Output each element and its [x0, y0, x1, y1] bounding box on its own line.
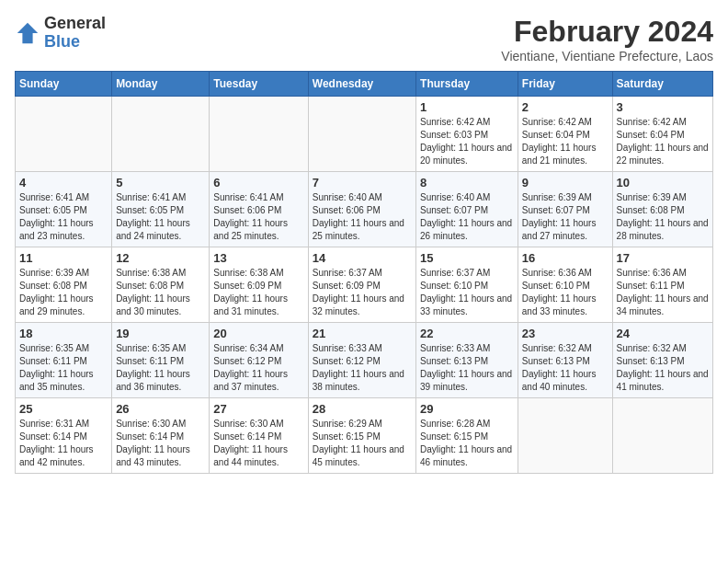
- calendar-cell: 18Sunrise: 6:35 AMSunset: 6:11 PMDayligh…: [16, 323, 112, 398]
- day-number: 12: [116, 251, 205, 265]
- day-number: 2: [522, 100, 609, 114]
- day-info: Sunrise: 6:37 AMSunset: 6:09 PMDaylight:…: [313, 267, 412, 318]
- day-info: Sunrise: 6:30 AMSunset: 6:14 PMDaylight:…: [116, 418, 205, 469]
- day-number: 15: [420, 251, 514, 265]
- calendar-cell: 4Sunrise: 6:41 AMSunset: 6:05 PMDaylight…: [16, 172, 112, 247]
- day-info: Sunrise: 6:32 AMSunset: 6:13 PMDaylight:…: [522, 342, 609, 394]
- day-info: Sunrise: 6:35 AMSunset: 6:11 PMDaylight:…: [19, 342, 108, 394]
- day-number: 4: [19, 176, 108, 190]
- day-info: Sunrise: 6:30 AMSunset: 6:14 PMDaylight:…: [213, 418, 303, 469]
- day-info: Sunrise: 6:36 AMSunset: 6:10 PMDaylight:…: [522, 267, 609, 318]
- day-info: Sunrise: 6:42 AMSunset: 6:04 PMDaylight:…: [617, 116, 709, 167]
- day-info: Sunrise: 6:40 AMSunset: 6:07 PMDaylight:…: [420, 191, 514, 243]
- calendar-cell: 11Sunrise: 6:39 AMSunset: 6:08 PMDayligh…: [16, 247, 112, 323]
- day-info: Sunrise: 6:41 AMSunset: 6:05 PMDaylight:…: [116, 191, 205, 243]
- day-number: 16: [522, 251, 609, 265]
- weekday-header: Thursday: [416, 72, 518, 97]
- calendar-cell: 21Sunrise: 6:33 AMSunset: 6:12 PMDayligh…: [308, 323, 415, 398]
- day-info: Sunrise: 6:39 AMSunset: 6:08 PMDaylight:…: [617, 191, 709, 243]
- day-number: 29: [420, 402, 514, 416]
- logo-icon: [15, 20, 40, 46]
- day-info: Sunrise: 6:38 AMSunset: 6:08 PMDaylight:…: [116, 267, 205, 318]
- calendar-cell: 2Sunrise: 6:42 AMSunset: 6:04 PMDaylight…: [518, 97, 612, 172]
- main-title: February 2024: [501, 15, 713, 49]
- day-number: 19: [116, 327, 205, 340]
- day-number: 13: [213, 251, 303, 265]
- day-number: 8: [420, 176, 514, 190]
- day-number: 26: [116, 402, 205, 416]
- calendar-cell: 23Sunrise: 6:32 AMSunset: 6:13 PMDayligh…: [518, 323, 612, 398]
- day-number: 7: [313, 176, 412, 190]
- day-number: 6: [213, 176, 303, 190]
- day-number: 14: [313, 251, 412, 265]
- page-header: General Blue February 2024 Vientiane, Vi…: [15, 15, 713, 63]
- calendar-cell: 7Sunrise: 6:40 AMSunset: 6:06 PMDaylight…: [308, 172, 415, 247]
- calendar-cell: [308, 97, 415, 172]
- calendar-cell: 9Sunrise: 6:39 AMSunset: 6:07 PMDaylight…: [518, 172, 612, 247]
- calendar-cell: 27Sunrise: 6:30 AMSunset: 6:14 PMDayligh…: [210, 398, 308, 474]
- calendar-cell: 17Sunrise: 6:36 AMSunset: 6:11 PMDayligh…: [612, 247, 712, 323]
- weekday-header: Saturday: [612, 72, 712, 97]
- day-info: Sunrise: 6:36 AMSunset: 6:11 PMDaylight:…: [617, 267, 709, 318]
- calendar-week-row: 1Sunrise: 6:42 AMSunset: 6:03 PMDaylight…: [16, 97, 713, 172]
- calendar-week-row: 18Sunrise: 6:35 AMSunset: 6:11 PMDayligh…: [16, 323, 713, 398]
- day-info: Sunrise: 6:33 AMSunset: 6:13 PMDaylight:…: [420, 342, 514, 394]
- day-number: 20: [213, 327, 303, 340]
- day-info: Sunrise: 6:34 AMSunset: 6:12 PMDaylight:…: [213, 342, 303, 394]
- day-number: 3: [617, 100, 709, 114]
- calendar-cell: [612, 398, 712, 474]
- day-number: 22: [420, 327, 514, 340]
- calendar-cell: 29Sunrise: 6:28 AMSunset: 6:15 PMDayligh…: [416, 398, 518, 474]
- calendar-cell: 14Sunrise: 6:37 AMSunset: 6:09 PMDayligh…: [308, 247, 415, 323]
- day-info: Sunrise: 6:42 AMSunset: 6:04 PMDaylight:…: [522, 116, 609, 167]
- calendar-cell: 1Sunrise: 6:42 AMSunset: 6:03 PMDaylight…: [416, 97, 518, 172]
- weekday-header: Wednesday: [308, 72, 415, 97]
- calendar-cell: 6Sunrise: 6:41 AMSunset: 6:06 PMDaylight…: [210, 172, 308, 247]
- weekday-header: Friday: [518, 72, 612, 97]
- calendar-cell: 22Sunrise: 6:33 AMSunset: 6:13 PMDayligh…: [416, 323, 518, 398]
- calendar-cell: 5Sunrise: 6:41 AMSunset: 6:05 PMDaylight…: [112, 172, 210, 247]
- calendar-cell: 13Sunrise: 6:38 AMSunset: 6:09 PMDayligh…: [210, 247, 308, 323]
- day-number: 9: [522, 176, 609, 190]
- calendar-cell: 12Sunrise: 6:38 AMSunset: 6:08 PMDayligh…: [112, 247, 210, 323]
- calendar-cell: 16Sunrise: 6:36 AMSunset: 6:10 PMDayligh…: [518, 247, 612, 323]
- calendar-week-row: 11Sunrise: 6:39 AMSunset: 6:08 PMDayligh…: [16, 247, 713, 323]
- calendar-cell: 24Sunrise: 6:32 AMSunset: 6:13 PMDayligh…: [612, 323, 712, 398]
- logo-general: General: [44, 14, 106, 32]
- day-number: 11: [19, 251, 108, 265]
- day-number: 5: [116, 176, 205, 190]
- day-info: Sunrise: 6:39 AMSunset: 6:07 PMDaylight:…: [522, 191, 609, 243]
- day-info: Sunrise: 6:33 AMSunset: 6:12 PMDaylight:…: [313, 342, 412, 394]
- day-info: Sunrise: 6:31 AMSunset: 6:14 PMDaylight:…: [19, 418, 108, 469]
- day-number: 25: [19, 402, 108, 416]
- calendar-cell: [518, 398, 612, 474]
- logo-blue: Blue: [44, 32, 80, 51]
- calendar-cell: 3Sunrise: 6:42 AMSunset: 6:04 PMDaylight…: [612, 97, 712, 172]
- day-info: Sunrise: 6:35 AMSunset: 6:11 PMDaylight:…: [116, 342, 205, 394]
- calendar-cell: 25Sunrise: 6:31 AMSunset: 6:14 PMDayligh…: [16, 398, 112, 474]
- calendar-table: SundayMondayTuesdayWednesdayThursdayFrid…: [15, 71, 713, 474]
- weekday-header: Monday: [112, 72, 210, 97]
- day-number: 24: [617, 327, 709, 340]
- calendar-cell: 15Sunrise: 6:37 AMSunset: 6:10 PMDayligh…: [416, 247, 518, 323]
- calendar-cell: 19Sunrise: 6:35 AMSunset: 6:11 PMDayligh…: [112, 323, 210, 398]
- calendar-cell: 28Sunrise: 6:29 AMSunset: 6:15 PMDayligh…: [308, 398, 415, 474]
- svg-marker-0: [17, 23, 38, 43]
- calendar-cell: [210, 97, 308, 172]
- logo: General Blue: [15, 15, 106, 52]
- day-info: Sunrise: 6:29 AMSunset: 6:15 PMDaylight:…: [313, 418, 412, 469]
- calendar-week-row: 4Sunrise: 6:41 AMSunset: 6:05 PMDaylight…: [16, 172, 713, 247]
- calendar-week-row: 25Sunrise: 6:31 AMSunset: 6:14 PMDayligh…: [16, 398, 713, 474]
- calendar-cell: [112, 97, 210, 172]
- day-number: 21: [313, 327, 412, 340]
- calendar-cell: 20Sunrise: 6:34 AMSunset: 6:12 PMDayligh…: [210, 323, 308, 398]
- day-info: Sunrise: 6:28 AMSunset: 6:15 PMDaylight:…: [420, 418, 514, 469]
- day-info: Sunrise: 6:37 AMSunset: 6:10 PMDaylight:…: [420, 267, 514, 318]
- day-info: Sunrise: 6:39 AMSunset: 6:08 PMDaylight:…: [19, 267, 108, 318]
- weekday-header-row: SundayMondayTuesdayWednesdayThursdayFrid…: [16, 72, 713, 97]
- calendar-cell: 10Sunrise: 6:39 AMSunset: 6:08 PMDayligh…: [612, 172, 712, 247]
- weekday-header: Tuesday: [210, 72, 308, 97]
- title-block: February 2024 Vientiane, Vientiane Prefe…: [501, 15, 713, 63]
- day-number: 28: [313, 402, 412, 416]
- calendar-cell: 8Sunrise: 6:40 AMSunset: 6:07 PMDaylight…: [416, 172, 518, 247]
